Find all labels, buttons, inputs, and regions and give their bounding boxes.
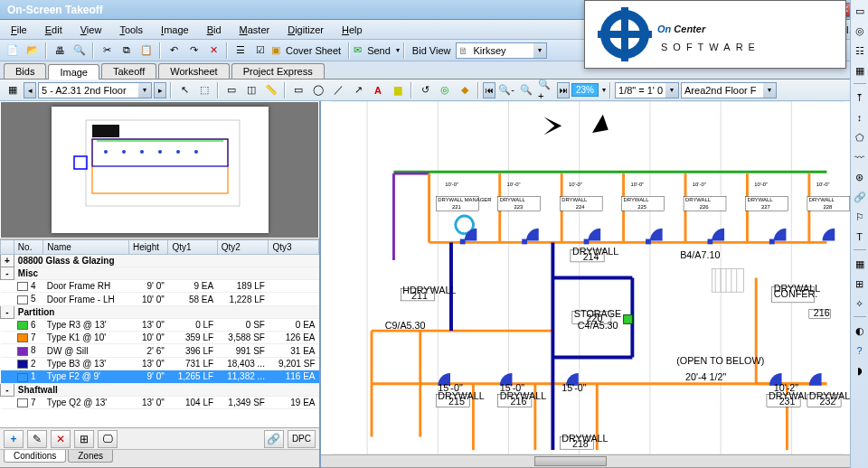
grid-row[interactable]: 7Type Q2 @ 13'13' 0"104 LF1,349 SF19 EA — [1, 396, 319, 408]
door-tool-icon[interactable]: ◗ — [853, 363, 867, 378]
drawing-canvas[interactable]: DRYWALL MANAGER221DRYWALL223DRYWALL224DR… — [321, 101, 868, 467]
align-top-icon[interactable]: ⤒ — [853, 90, 867, 105]
text-a-icon[interactable]: A — [369, 81, 387, 99]
floor-select[interactable]: ▾ — [38, 82, 152, 98]
shape-target-icon[interactable]: ◎ — [853, 23, 867, 38]
delete-icon[interactable]: ✕ — [204, 42, 222, 60]
tab-bids[interactable]: Bids — [4, 63, 46, 79]
remove-button[interactable]: ✕ — [51, 430, 71, 448]
prev-page-button[interactable]: ◂ — [24, 82, 36, 98]
menu-file[interactable]: File — [2, 23, 36, 37]
new-icon[interactable]: 📄 — [4, 42, 22, 60]
paste-icon[interactable]: 📋 — [137, 42, 156, 60]
marker-icon[interactable]: ⚐ — [853, 210, 867, 224]
monitor-button[interactable]: 🖵 — [98, 430, 118, 448]
grid-group[interactable]: +08800 Glass & Glazing — [1, 255, 319, 267]
chevron-down-icon[interactable]: ▾ — [763, 83, 776, 98]
arrow-icon[interactable]: ↗ — [349, 81, 367, 99]
undo-icon[interactable]: ↶ — [165, 42, 183, 60]
cover-sheet-button[interactable]: Cover Sheet — [282, 45, 344, 56]
conditions-grid[interactable]: No.NameHeightQty1Qty2Qty3 +08800 Glass &… — [0, 239, 319, 427]
tile-icon[interactable]: ▦ — [853, 63, 867, 78]
grid-icon[interactable]: ▦ — [853, 257, 867, 271]
zoom-in-icon[interactable]: 🔍+ — [537, 81, 555, 99]
grid-group[interactable]: -Shaftwall — [1, 383, 319, 396]
zoom-first-button[interactable]: ⏮ — [483, 82, 495, 98]
target-icon[interactable]: ◎ — [436, 81, 454, 99]
zoom-fit-icon[interactable]: 🔍 — [517, 81, 535, 99]
grid-row[interactable]: 4Door Frame RH9' 0"9 EA189 LF — [1, 280, 319, 293]
polygon-icon[interactable]: ⬠ — [853, 130, 867, 145]
print-icon[interactable]: 🖶 — [51, 42, 69, 60]
chevron-down-icon[interactable]: ▾ — [665, 83, 678, 98]
zoom-last-button[interactable]: ⏭ — [557, 82, 570, 98]
redo-icon[interactable]: ↷ — [184, 42, 203, 60]
layers-icon[interactable]: ☷ — [853, 43, 867, 58]
area-select[interactable]: ▾ — [681, 82, 777, 98]
grid-row[interactable]: 7Type K1 @ 10'10' 0"359 LF3,588 SF126 EA — [1, 332, 319, 344]
align-mid-icon[interactable]: ↕ — [853, 110, 867, 125]
menu-image[interactable]: Image — [152, 23, 198, 37]
light-icon[interactable]: ◐ — [853, 323, 867, 338]
highlight-icon[interactable]: ▆ — [389, 81, 407, 99]
link-button[interactable]: 🔗 — [264, 430, 284, 448]
dpc-button[interactable]: DPC — [288, 430, 316, 448]
chain-icon[interactable]: 🔗 — [853, 190, 867, 204]
grid-group[interactable]: -Misc — [1, 267, 319, 280]
shape-rect-icon[interactable]: ▭ — [853, 4, 867, 18]
region-icon[interactable]: ◫ — [242, 81, 260, 99]
info-icon[interactable]: ? — [853, 343, 867, 358]
tab-takeoff[interactable]: Takeoff — [101, 63, 156, 79]
add-button[interactable]: + — [4, 430, 24, 448]
menu-tools[interactable]: Tools — [110, 23, 152, 37]
open-icon[interactable]: 📂 — [24, 42, 42, 60]
overview-icon[interactable]: ▦ — [4, 81, 22, 99]
text-icon[interactable]: T — [853, 229, 867, 244]
next-page-button[interactable]: ▸ — [154, 82, 166, 98]
scale-select[interactable]: ▾ — [615, 82, 679, 98]
list-icon[interactable]: ☰ — [231, 42, 250, 60]
menu-view[interactable]: View — [71, 23, 111, 37]
menu-master[interactable]: Master — [231, 23, 279, 37]
menu-help[interactable]: Help — [333, 23, 372, 37]
bidview-select[interactable]: 🗎 ▾ — [456, 42, 547, 59]
chevron-down-icon[interactable]: ▾ — [533, 43, 546, 58]
send-button[interactable]: Send — [363, 45, 394, 56]
rotate-left-icon[interactable]: ↺ — [416, 81, 434, 99]
menu-edit[interactable]: Edit — [36, 23, 71, 37]
nodes-icon[interactable]: ⊛ — [853, 170, 867, 184]
edit-button[interactable]: ✎ — [27, 430, 47, 448]
snap-icon[interactable]: ✧ — [853, 296, 867, 311]
table-icon[interactable]: ⊞ — [853, 276, 867, 291]
menu-digitizer[interactable]: Digitizer — [278, 23, 333, 37]
chevron-down-icon[interactable]: ▾ — [138, 83, 151, 98]
columns-button[interactable]: ⊞ — [74, 430, 94, 448]
grid-group[interactable]: -Partition — [1, 305, 319, 318]
line-icon[interactable]: ／ — [329, 81, 347, 99]
grid-row[interactable]: 1Type F2 @ 9'9' 0"1,265 LF11,382 ...116 … — [1, 370, 319, 383]
marquee-icon[interactable]: ▭ — [222, 81, 241, 99]
tab-project-express[interactable]: Project Express — [231, 63, 325, 79]
grid-row[interactable]: 2Type B3 @ 13'13' 0"731 LF18,403 ...9,20… — [1, 357, 319, 370]
ruler-icon[interactable]: 📏 — [262, 81, 280, 99]
diamond-icon[interactable]: ◆ — [456, 81, 474, 99]
cut-icon[interactable]: ✂ — [98, 42, 116, 60]
checkbox-icon[interactable]: ☑ — [251, 42, 269, 60]
zoom-out-icon[interactable]: 🔍- — [497, 81, 515, 99]
menu-bid[interactable]: Bid — [198, 23, 231, 37]
thumbnail-viewport[interactable] — [1, 102, 318, 238]
copy-icon[interactable]: ⧉ — [118, 42, 136, 60]
tab-worksheet[interactable]: Worksheet — [158, 63, 229, 79]
tab-zones[interactable]: Zones — [68, 450, 113, 463]
zoom-badge[interactable]: 23% — [571, 83, 599, 97]
rect-icon[interactable]: ▭ — [289, 81, 307, 99]
grid-row[interactable]: 6Type R3 @ 13'13' 0"0 LF0 SF0 EA — [1, 318, 319, 331]
tab-image[interactable]: Image — [48, 64, 99, 80]
curve-icon[interactable]: 〰 — [853, 150, 867, 164]
grid-row[interactable]: 5Door Frame - LH10' 0"58 EA1,228 LF — [1, 293, 319, 305]
preview-icon[interactable]: 🔍 — [71, 42, 89, 60]
tab-conditions[interactable]: Conditions — [4, 450, 66, 463]
circle-icon[interactable]: ◯ — [309, 81, 327, 99]
h-scrollbar[interactable] — [321, 454, 855, 467]
grid-row[interactable]: 8DW @ Sill2' 6"396 LF991 SF31 EA — [1, 344, 319, 357]
